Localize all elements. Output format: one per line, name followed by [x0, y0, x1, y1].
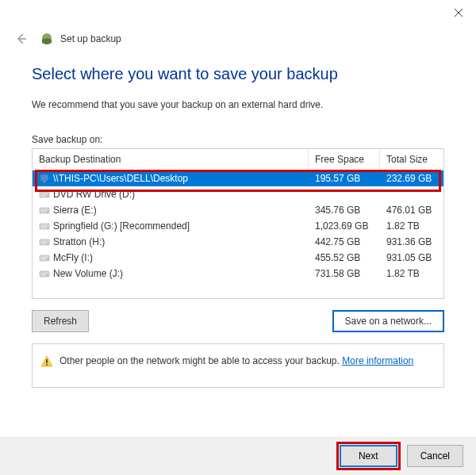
svg-rect-4	[40, 174, 48, 181]
svg-rect-10	[40, 224, 49, 229]
svg-rect-19	[46, 364, 48, 366]
back-arrow-icon[interactable]	[14, 32, 29, 46]
destination-name: \\THIS-PC\Users\DELL\Desktop	[53, 173, 188, 184]
destination-name: McFly (I:)	[53, 252, 93, 263]
destination-name: Springfield (G:) [Recommended]	[53, 220, 190, 232]
close-button[interactable]	[440, 1, 476, 25]
disk-icon	[39, 205, 50, 216]
warning-box: Other people on the network might be abl…	[32, 343, 444, 388]
warning-icon	[40, 355, 53, 368]
svg-rect-12	[40, 239, 49, 245]
svg-point-7	[47, 195, 48, 197]
svg-point-13	[47, 243, 48, 244]
disk-icon	[39, 252, 50, 263]
destination-name: New Volume (J:)	[53, 268, 123, 279]
more-information-link[interactable]: More information	[342, 355, 413, 366]
svg-rect-5	[43, 181, 46, 182]
svg-rect-14	[40, 255, 49, 261]
window-title: Set up backup	[60, 33, 121, 44]
backup-globe-icon	[40, 32, 54, 46]
header-total-size[interactable]: Total Size	[380, 149, 443, 170]
free-space-value: 195.57 GB	[309, 168, 380, 189]
svg-rect-18	[46, 359, 48, 363]
destination-table: Backup Destination Free Space Total Size…	[32, 148, 444, 299]
disk-icon	[39, 236, 50, 247]
total-size-value: 232.69 GB	[380, 168, 443, 189]
svg-rect-16	[40, 271, 49, 277]
header-destination[interactable]: Backup Destination	[33, 149, 309, 170]
refresh-button[interactable]: Refresh	[32, 310, 89, 332]
free-space-value: 731.58 GB	[309, 263, 380, 284]
recommend-text: We recommend that you save your backup o…	[32, 99, 444, 110]
svg-point-17	[47, 274, 48, 276]
disk-icon	[39, 268, 50, 279]
header-free-space[interactable]: Free Space	[309, 149, 380, 170]
disk-icon	[39, 189, 50, 200]
svg-point-15	[47, 259, 48, 260]
svg-rect-8	[40, 208, 49, 213]
total-size-value: 1.82 TB	[380, 263, 443, 284]
svg-rect-6	[40, 192, 49, 197]
page-heading: Select where you want to save your backu…	[32, 65, 444, 83]
disk-icon	[39, 220, 50, 232]
next-button[interactable]: Next	[340, 445, 397, 467]
next-button-highlight: Next	[336, 442, 401, 470]
warning-text: Other people on the network might be abl…	[60, 355, 342, 366]
save-on-network-button[interactable]: Save on a network...	[332, 310, 444, 332]
total-size-value	[380, 190, 443, 199]
svg-point-11	[47, 227, 48, 228]
destination-name: Stratton (H:)	[53, 236, 105, 247]
save-on-label: Save backup on:	[32, 134, 444, 145]
svg-point-9	[47, 211, 48, 213]
destination-name: DVD RW Drive (D:)	[53, 189, 135, 200]
free-space-value	[309, 190, 380, 199]
computer-icon	[39, 173, 50, 184]
cancel-button[interactable]: Cancel	[407, 445, 463, 467]
table-row[interactable]: New Volume (J:)731.58 GB1.82 TB	[33, 266, 443, 282]
destination-name: Sierra (E:)	[53, 205, 97, 216]
